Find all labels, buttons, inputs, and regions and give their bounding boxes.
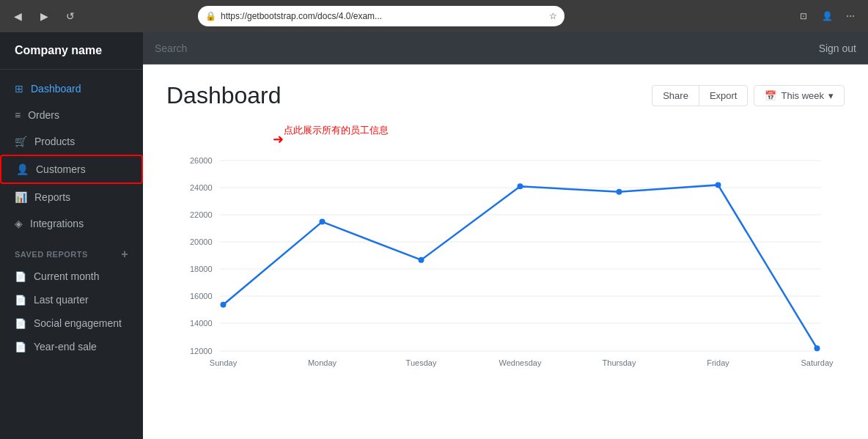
svg-text:Friday: Friday	[707, 358, 729, 367]
browser-chrome: ◀ ▶ ↺ 🔒 https://getbootstrap.com/docs/4.…	[0, 0, 868, 32]
data-point-tuesday	[419, 257, 424, 263]
svg-text:12000: 12000	[190, 347, 213, 355]
data-point-saturday	[814, 345, 820, 351]
customers-icon: 👤	[16, 163, 29, 175]
sidebar-item-customers[interactable]: 👤Customers	[0, 155, 143, 184]
svg-text:20000: 20000	[190, 237, 213, 246]
document-icon: 📄	[15, 318, 26, 329]
export-button[interactable]: Export	[699, 85, 749, 106]
star-icon[interactable]: ☆	[549, 11, 557, 21]
share-button[interactable]: Share	[652, 85, 699, 106]
sidebar-item-integrations[interactable]: ◈Integrations	[0, 210, 143, 237]
lock-icon: 🔒	[205, 11, 216, 21]
profile-icon[interactable]: 👤	[817, 6, 837, 26]
saved-report-label: Current month	[34, 270, 99, 282]
top-bar: Sign out	[143, 32, 868, 64]
annotation-text: 点此展示所有的员工信息	[284, 124, 389, 137]
sidebar-brand: Company name	[0, 32, 143, 70]
sidebar-item-reports[interactable]: 📊Reports	[0, 184, 143, 210]
svg-text:16000: 16000	[190, 292, 213, 300]
svg-text:Tuesday: Tuesday	[406, 358, 437, 367]
data-point-sunday	[221, 302, 227, 308]
document-icon: 📄	[15, 342, 26, 353]
integrations-icon: ◈	[15, 218, 23, 229]
forward-button[interactable]: ▶	[34, 6, 54, 26]
data-point-monday	[320, 219, 326, 225]
sidebar-item-label: Integrations	[30, 218, 84, 229]
sidebar-item-label: Orders	[28, 109, 59, 121]
search-input[interactable]	[155, 43, 819, 54]
sign-out-button[interactable]: Sign out	[819, 43, 856, 54]
sidebar-item-label: Customers	[36, 163, 86, 175]
page-title: Dashboard	[166, 82, 282, 109]
data-point-wednesday	[518, 183, 523, 189]
header-actions: Share Export 📅 This week ▾	[652, 85, 845, 106]
sidebar-item-orders[interactable]: ≡Orders	[0, 102, 143, 128]
svg-text:Wednesday: Wednesday	[499, 358, 542, 367]
app-container: Company name ⊞Dashboard≡Orders🛒Products👤…	[0, 32, 868, 439]
saved-report-last-quarter[interactable]: 📄Last quarter	[0, 288, 143, 311]
orders-icon: ≡	[15, 109, 21, 121]
calendar-icon: 📅	[765, 90, 776, 101]
dashboard-header: Dashboard Share Export 📅 This week ▾	[166, 82, 845, 109]
saved-report-label: Last quarter	[34, 294, 89, 306]
svg-text:Saturday: Saturday	[801, 358, 834, 367]
x-axis: Sunday Monday Tuesday Wednesday Thursday…	[210, 358, 834, 367]
main-content: Sign out Dashboard Share Export 📅 This w…	[143, 32, 868, 439]
annotation-area: 点此展示所有的员工信息 ➜	[166, 124, 845, 139]
svg-text:Sunday: Sunday	[210, 358, 238, 367]
extensions-icon[interactable]: ⊡	[793, 6, 814, 26]
svg-text:24000: 24000	[190, 183, 213, 192]
products-icon: 🛒	[15, 136, 27, 147]
chart-line	[224, 185, 817, 348]
document-icon: 📄	[15, 271, 26, 282]
sidebar: Company name ⊞Dashboard≡Orders🛒Products👤…	[0, 32, 143, 439]
svg-text:Monday: Monday	[308, 358, 337, 367]
data-point-thursday	[617, 189, 622, 195]
saved-report-year-end-sale[interactable]: 📄Year-end sale	[0, 335, 143, 358]
annotation-arrow: ➜	[273, 131, 284, 147]
sidebar-nav: ⊞Dashboard≡Orders🛒Products👤Customers📊Rep…	[0, 70, 143, 439]
add-saved-report-button[interactable]: +	[121, 248, 128, 260]
saved-report-label: Social engagement	[34, 317, 122, 329]
dashboard-icon: ⊞	[15, 83, 23, 95]
back-button[interactable]: ◀	[7, 6, 28, 26]
svg-text:18000: 18000	[190, 265, 213, 273]
week-filter-button[interactable]: 📅 This week ▾	[754, 85, 845, 106]
svg-text:Thursday: Thursday	[603, 358, 636, 367]
data-point-friday	[716, 182, 721, 188]
svg-text:26000: 26000	[190, 156, 213, 165]
sidebar-item-label: Products	[34, 136, 75, 147]
saved-reports-label: SAVED REPORTS +	[0, 237, 143, 265]
document-icon: 📄	[15, 295, 26, 306]
sidebar-item-label: Dashboard	[31, 83, 81, 95]
saved-report-label: Year-end sale	[34, 341, 97, 353]
refresh-button[interactable]: ↺	[60, 6, 81, 26]
svg-text:14000: 14000	[190, 319, 213, 328]
sidebar-item-label: Reports	[34, 191, 70, 203]
url-text: https://getbootstrap.com/docs/4.0/exam..…	[221, 11, 545, 21]
saved-report-current-month[interactable]: 📄Current month	[0, 265, 143, 288]
menu-icon[interactable]: ⋯	[840, 6, 861, 26]
sidebar-item-dashboard[interactable]: ⊞Dashboard	[0, 75, 143, 102]
browser-toolbar: ⊡ 👤 ⋯	[793, 6, 861, 26]
dashboard-body: Dashboard Share Export 📅 This week ▾ 点此展…	[143, 64, 868, 439]
reports-icon: 📊	[15, 191, 27, 203]
saved-report-social-engagement[interactable]: 📄Social engagement	[0, 311, 143, 335]
line-chart: 26000 24000 22000 20000 18000 16000 1400…	[166, 146, 845, 380]
chart-area: 26000 24000 22000 20000 18000 16000 1400…	[166, 146, 845, 383]
chevron-down-icon: ▾	[828, 90, 834, 101]
sidebar-item-products[interactable]: 🛒Products	[0, 128, 143, 155]
svg-text:22000: 22000	[190, 210, 213, 219]
address-bar[interactable]: 🔒 https://getbootstrap.com/docs/4.0/exam…	[198, 6, 564, 26]
y-axis: 26000 24000 22000 20000 18000 16000 1400…	[190, 156, 213, 355]
